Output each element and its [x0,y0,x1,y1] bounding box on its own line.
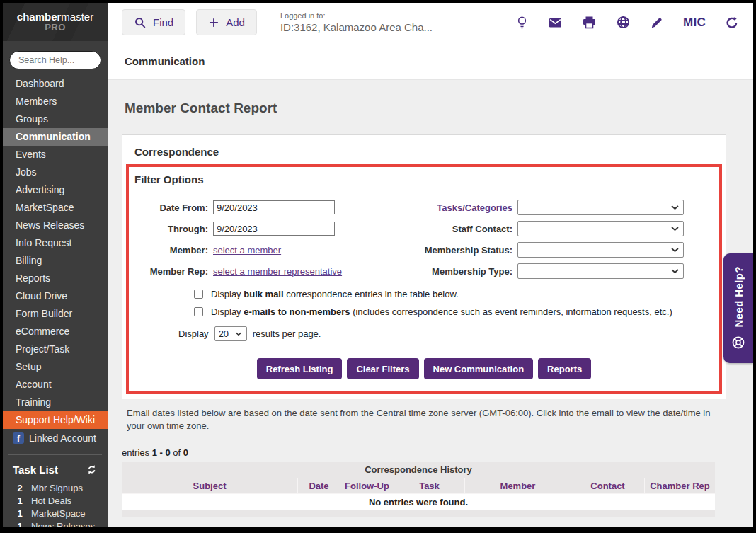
sidebar-item-dashboard[interactable]: Dashboard [3,75,108,93]
sidebar-item-events[interactable]: Events [3,146,108,164]
chevron-down-icon [671,248,679,253]
sidebar-item-project-task[interactable]: Project/Task [3,340,108,358]
results-per-page-select[interactable]: 20 [214,326,247,341]
member-rep-label: Member Rep: [129,266,208,277]
add-button[interactable]: Add [196,9,257,35]
plus-icon [208,17,219,28]
filter-options-title: Filter Options [129,172,719,197]
results-per-page-row: Display 20 results per page. [178,326,719,341]
sidebar-item-linked-account[interactable]: f Linked Account [3,429,108,447]
empty-table-message: No entries were found. [122,494,715,510]
correspondence-card: Correspondence Filter Options Date From:… [122,134,726,399]
chevron-down-icon [671,205,679,210]
new-communication-button[interactable]: New Communication [424,358,534,379]
task-item-news-releases[interactable]: 1 News Releases [13,520,98,527]
need-help-tab[interactable]: Need Help? [723,253,753,363]
non-members-checkbox[interactable] [194,307,203,316]
bulk-mail-row: Display bulk mail correspondence entries… [194,289,719,299]
card-title: Correspondence [122,135,726,164]
sidebar-item-groups[interactable]: Groups [3,110,108,128]
membership-status-select[interactable] [517,242,684,258]
non-members-label: Display e-mails to non-members (includes… [211,306,672,317]
facebook-icon: f [13,432,24,444]
task-item-marketspace[interactable]: 1 MarketSpace [13,507,98,520]
task-item-mbr-signups[interactable]: 2 Mbr Signups [13,481,98,494]
sidebar-item-reports[interactable]: Reports [3,270,108,287]
sidebar-item-communication[interactable]: Communication [3,128,108,146]
sidebar-item-info-request[interactable]: Info Request [3,234,108,252]
tasks-categories-select[interactable] [517,200,684,215]
tasks-categories-link[interactable]: Tasks/Categories [437,202,512,213]
non-members-row: Display e-mails to non-members (includes… [194,306,719,317]
sidebar-item-account[interactable]: Account [3,376,108,394]
globe-icon[interactable] [616,15,631,30]
linked-account-label: Linked Account [29,432,96,444]
timezone-note: Email dates listed below are based on th… [127,407,725,432]
reports-button[interactable]: Reports [538,358,591,379]
lightbulb-icon[interactable] [515,15,529,30]
sidebar-item-marketspace[interactable]: MarketSpace [3,199,108,217]
column-header-chamber-rep[interactable]: Chamber Rep [644,478,715,493]
sidebar-item-news-releases[interactable]: News Releases [3,217,108,234]
column-header-task[interactable]: Task [394,478,464,493]
membership-type-label: Membership Type: [392,266,512,277]
chevron-down-icon [671,269,679,274]
sidebar-item-form-builder[interactable]: Form Builder [3,305,108,323]
task-label: News Releases [31,521,95,528]
results-suffix: results per page. [253,328,321,339]
breadcrumb[interactable]: Communication [125,55,205,67]
date-from-label: Date From: [129,202,208,213]
column-header-contact[interactable]: Contact [571,478,644,493]
logo-sub: PRO [45,23,66,33]
entries-count: entries 1 - 0 of 0 [122,447,753,458]
membership-status-label: Membership Status: [392,245,512,256]
membership-type-select[interactable] [517,263,684,279]
select-member-link[interactable]: select a member [213,245,281,256]
pencil-icon[interactable] [650,16,664,30]
bulk-mail-checkbox[interactable] [194,290,203,299]
add-label: Add [226,16,245,28]
clear-filters-button[interactable]: Clear Filters [347,358,418,379]
chevron-down-icon [235,332,242,336]
need-help-label: Need Help? [733,266,745,328]
column-header-date[interactable]: Date [297,478,340,493]
refresh-listing-button[interactable]: Refresh Listing [257,358,343,379]
sidebar-item-support-help-wiki[interactable]: Support Help/Wiki [3,411,108,429]
task-item-hot-deals[interactable]: 1 Hot Deals [13,494,98,507]
column-header-member[interactable]: Member [464,478,571,493]
task-label: MarketSpace [31,508,86,519]
mic-menu[interactable]: MIC [683,16,706,30]
column-header-follow-up[interactable]: Follow-Up [340,478,394,493]
sidebar-menu: Dashboard Members Groups Communication E… [3,75,108,429]
task-label: Hot Deals [31,495,71,506]
find-button[interactable]: Find [122,9,185,35]
app-logo: chambermaster PRO [3,3,108,41]
select-member-rep-link[interactable]: select a member representative [213,266,342,277]
table-title: Correspondence History [122,462,715,478]
refresh-icon[interactable] [725,16,739,30]
sidebar-item-jobs[interactable]: Jobs [3,164,108,181]
column-header-subject[interactable]: Subject [122,478,297,493]
date-from-input[interactable] [213,200,335,214]
sidebar-item-cloud-drive[interactable]: Cloud Drive [3,287,108,305]
page-content: Member Contact Report Correspondence Fil… [108,81,753,527]
main-area: Find Add Logged in to: ID:3162, Kalamazo… [108,3,753,527]
life-ring-icon [731,335,746,350]
task-list-refresh-icon[interactable] [86,464,98,476]
sidebar-item-ecommerce[interactable]: eCommerce [3,323,108,340]
sidebar-item-members[interactable]: Members [3,93,108,110]
search-help-input[interactable] [9,51,101,69]
topbar: Find Add Logged in to: ID:3162, Kalamazo… [108,3,753,42]
sidebar-item-advertising[interactable]: Advertising [3,181,108,199]
envelope-icon[interactable] [548,16,563,29]
logged-in-info: Logged in to: ID:3162, Kalamazoo Area Ch… [280,11,433,35]
printer-icon[interactable] [582,16,597,30]
task-count: 1 [16,521,23,528]
filter-options-box: Filter Options Date From: Through: [126,164,722,394]
sidebar-item-billing[interactable]: Billing [3,252,108,270]
through-input[interactable] [213,222,335,236]
sidebar-item-setup[interactable]: Setup [3,358,108,376]
staff-contact-select[interactable] [517,221,684,236]
task-list-title: Task List [13,464,58,476]
sidebar-item-training[interactable]: Training [3,394,108,411]
